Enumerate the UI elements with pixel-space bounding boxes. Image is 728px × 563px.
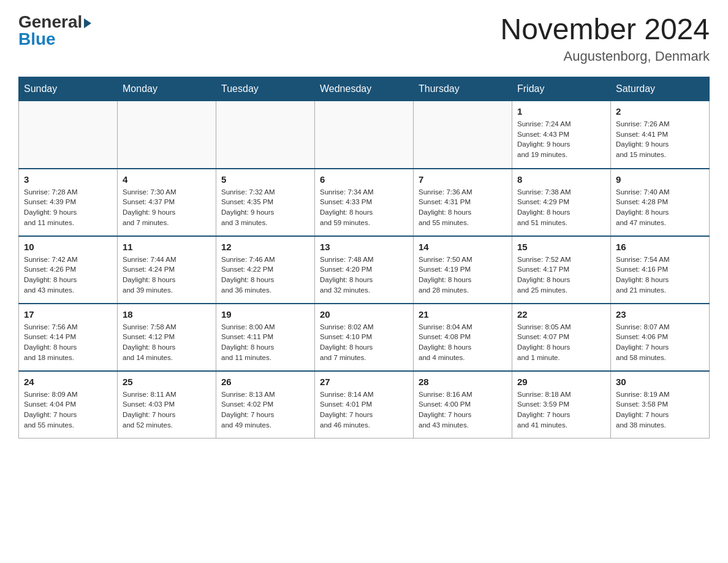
- logo-arrow-icon: [84, 18, 91, 28]
- calendar-cell: 26Sunrise: 8:13 AM Sunset: 4:02 PM Dayli…: [216, 371, 315, 439]
- calendar-cell: 29Sunrise: 8:18 AM Sunset: 3:59 PM Dayli…: [512, 371, 611, 439]
- calendar-cell: 10Sunrise: 7:42 AM Sunset: 4:26 PM Dayli…: [19, 236, 118, 304]
- day-number: 23: [616, 309, 704, 320]
- logo: General Blue: [18, 12, 91, 49]
- day-number: 25: [123, 377, 211, 387]
- day-info: Sunrise: 7:46 AM Sunset: 4:22 PM Dayligh…: [221, 255, 309, 296]
- day-number: 7: [419, 174, 507, 185]
- day-info: Sunrise: 7:36 AM Sunset: 4:31 PM Dayligh…: [419, 187, 507, 228]
- day-info: Sunrise: 7:40 AM Sunset: 4:28 PM Dayligh…: [616, 187, 704, 228]
- calendar-week-row: 10Sunrise: 7:42 AM Sunset: 4:26 PM Dayli…: [19, 236, 710, 304]
- calendar-cell: 22Sunrise: 8:05 AM Sunset: 4:07 PM Dayli…: [512, 304, 611, 371]
- calendar-cell: 15Sunrise: 7:52 AM Sunset: 4:17 PM Dayli…: [512, 236, 611, 304]
- page-header: General Blue November 2024 Augustenborg,…: [18, 12, 710, 64]
- day-number: 30: [616, 377, 704, 387]
- title-area: November 2024 Augustenborg, Denmark: [500, 12, 710, 64]
- day-info: Sunrise: 7:48 AM Sunset: 4:20 PM Dayligh…: [320, 255, 408, 296]
- calendar-cell: 4Sunrise: 7:30 AM Sunset: 4:37 PM Daylig…: [118, 169, 216, 236]
- day-number: 4: [123, 174, 211, 185]
- calendar-week-row: 1Sunrise: 7:24 AM Sunset: 4:43 PM Daylig…: [19, 101, 710, 169]
- day-number: 27: [320, 377, 408, 387]
- calendar-cell: 19Sunrise: 8:00 AM Sunset: 4:11 PM Dayli…: [216, 304, 315, 371]
- day-info: Sunrise: 8:00 AM Sunset: 4:11 PM Dayligh…: [221, 322, 309, 363]
- day-info: Sunrise: 8:14 AM Sunset: 4:01 PM Dayligh…: [320, 389, 408, 431]
- day-number: 19: [221, 309, 309, 320]
- day-info: Sunrise: 7:54 AM Sunset: 4:16 PM Dayligh…: [616, 255, 704, 296]
- weekday-header-friday: Friday: [512, 77, 611, 101]
- day-info: Sunrise: 8:19 AM Sunset: 3:58 PM Dayligh…: [616, 389, 704, 431]
- day-number: 8: [517, 174, 605, 185]
- weekday-header-wednesday: Wednesday: [315, 77, 414, 101]
- calendar-cell: 27Sunrise: 8:14 AM Sunset: 4:01 PM Dayli…: [315, 371, 414, 439]
- day-info: Sunrise: 7:50 AM Sunset: 4:19 PM Dayligh…: [419, 255, 507, 296]
- day-info: Sunrise: 7:38 AM Sunset: 4:29 PM Dayligh…: [517, 187, 605, 228]
- day-info: Sunrise: 8:05 AM Sunset: 4:07 PM Dayligh…: [517, 322, 605, 363]
- day-number: 10: [24, 242, 112, 252]
- day-number: 9: [616, 174, 704, 185]
- calendar-cell: 17Sunrise: 7:56 AM Sunset: 4:14 PM Dayli…: [19, 304, 118, 371]
- calendar-cell: 30Sunrise: 8:19 AM Sunset: 3:58 PM Dayli…: [611, 371, 710, 439]
- calendar-cell: 24Sunrise: 8:09 AM Sunset: 4:04 PM Dayli…: [19, 371, 118, 439]
- location-subtitle: Augustenborg, Denmark: [500, 48, 710, 64]
- day-info: Sunrise: 7:32 AM Sunset: 4:35 PM Dayligh…: [221, 187, 309, 228]
- calendar-cell: 18Sunrise: 7:58 AM Sunset: 4:12 PM Dayli…: [118, 304, 216, 371]
- calendar-cell: 13Sunrise: 7:48 AM Sunset: 4:20 PM Dayli…: [315, 236, 414, 304]
- calendar-cell: 11Sunrise: 7:44 AM Sunset: 4:24 PM Dayli…: [118, 236, 216, 304]
- calendar-cell: 7Sunrise: 7:36 AM Sunset: 4:31 PM Daylig…: [414, 169, 512, 236]
- day-number: 17: [24, 309, 112, 320]
- calendar-cell: 5Sunrise: 7:32 AM Sunset: 4:35 PM Daylig…: [216, 169, 315, 236]
- day-info: Sunrise: 8:07 AM Sunset: 4:06 PM Dayligh…: [616, 322, 704, 363]
- calendar-cell: 20Sunrise: 8:02 AM Sunset: 4:10 PM Dayli…: [315, 304, 414, 371]
- calendar-cell: 8Sunrise: 7:38 AM Sunset: 4:29 PM Daylig…: [512, 169, 611, 236]
- day-number: 28: [419, 377, 507, 387]
- day-info: Sunrise: 8:13 AM Sunset: 4:02 PM Dayligh…: [221, 389, 309, 431]
- day-number: 2: [616, 106, 704, 117]
- day-info: Sunrise: 7:28 AM Sunset: 4:39 PM Dayligh…: [24, 187, 112, 228]
- day-info: Sunrise: 7:26 AM Sunset: 4:41 PM Dayligh…: [616, 119, 704, 160]
- calendar-cell: [19, 101, 118, 169]
- calendar-cell: 16Sunrise: 7:54 AM Sunset: 4:16 PM Dayli…: [611, 236, 710, 304]
- calendar-cell: 3Sunrise: 7:28 AM Sunset: 4:39 PM Daylig…: [19, 169, 118, 236]
- day-number: 29: [517, 377, 605, 387]
- calendar-week-row: 17Sunrise: 7:56 AM Sunset: 4:14 PM Dayli…: [19, 304, 710, 371]
- calendar-cell: 25Sunrise: 8:11 AM Sunset: 4:03 PM Dayli…: [118, 371, 216, 439]
- weekday-header-thursday: Thursday: [414, 77, 512, 101]
- day-info: Sunrise: 7:24 AM Sunset: 4:43 PM Dayligh…: [517, 119, 605, 160]
- day-number: 26: [221, 377, 309, 387]
- day-info: Sunrise: 7:52 AM Sunset: 4:17 PM Dayligh…: [517, 255, 605, 296]
- calendar-week-row: 24Sunrise: 8:09 AM Sunset: 4:04 PM Dayli…: [19, 371, 710, 439]
- calendar-table: SundayMondayTuesdayWednesdayThursdayFrid…: [18, 77, 710, 439]
- day-info: Sunrise: 8:16 AM Sunset: 4:00 PM Dayligh…: [419, 389, 507, 431]
- day-number: 11: [123, 242, 211, 252]
- day-info: Sunrise: 7:58 AM Sunset: 4:12 PM Dayligh…: [123, 322, 211, 363]
- day-info: Sunrise: 7:34 AM Sunset: 4:33 PM Dayligh…: [320, 187, 408, 228]
- day-info: Sunrise: 7:42 AM Sunset: 4:26 PM Dayligh…: [24, 255, 112, 296]
- day-number: 15: [517, 242, 605, 252]
- weekday-header-tuesday: Tuesday: [216, 77, 315, 101]
- day-number: 3: [24, 174, 112, 185]
- day-info: Sunrise: 8:11 AM Sunset: 4:03 PM Dayligh…: [123, 389, 211, 431]
- day-number: 22: [517, 309, 605, 320]
- calendar-cell: 2Sunrise: 7:26 AM Sunset: 4:41 PM Daylig…: [611, 101, 710, 169]
- day-number: 20: [320, 309, 408, 320]
- logo-blue-text: Blue: [18, 29, 56, 49]
- day-number: 18: [123, 309, 211, 320]
- calendar-cell: [315, 101, 414, 169]
- calendar-cell: 6Sunrise: 7:34 AM Sunset: 4:33 PM Daylig…: [315, 169, 414, 236]
- weekday-header-sunday: Sunday: [19, 77, 118, 101]
- month-title: November 2024: [500, 12, 710, 46]
- day-number: 12: [221, 242, 309, 252]
- calendar-cell: 21Sunrise: 8:04 AM Sunset: 4:08 PM Dayli…: [414, 304, 512, 371]
- day-number: 14: [419, 242, 507, 252]
- day-number: 13: [320, 242, 408, 252]
- day-info: Sunrise: 8:04 AM Sunset: 4:08 PM Dayligh…: [419, 322, 507, 363]
- calendar-cell: 1Sunrise: 7:24 AM Sunset: 4:43 PM Daylig…: [512, 101, 611, 169]
- day-info: Sunrise: 8:02 AM Sunset: 4:10 PM Dayligh…: [320, 322, 408, 363]
- day-info: Sunrise: 8:18 AM Sunset: 3:59 PM Dayligh…: [517, 389, 605, 431]
- day-info: Sunrise: 8:09 AM Sunset: 4:04 PM Dayligh…: [24, 389, 112, 431]
- weekday-header-saturday: Saturday: [611, 77, 710, 101]
- calendar-cell: 9Sunrise: 7:40 AM Sunset: 4:28 PM Daylig…: [611, 169, 710, 236]
- calendar-cell: 14Sunrise: 7:50 AM Sunset: 4:19 PM Dayli…: [414, 236, 512, 304]
- day-number: 6: [320, 174, 408, 185]
- calendar-cell: 23Sunrise: 8:07 AM Sunset: 4:06 PM Dayli…: [611, 304, 710, 371]
